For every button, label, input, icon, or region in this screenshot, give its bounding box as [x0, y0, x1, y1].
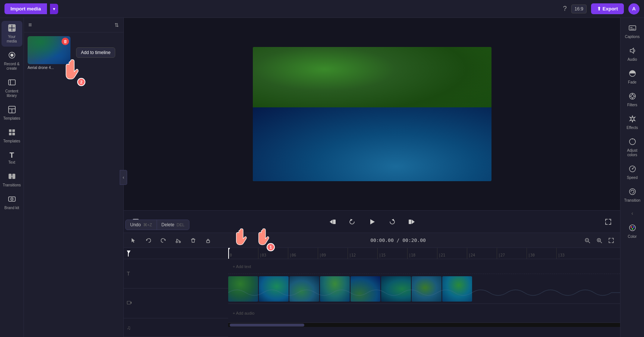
- sidebar-item-effects-label: Effects: [626, 126, 638, 130]
- svg-point-33: [179, 241, 180, 243]
- text-track-label: T: [124, 259, 228, 289]
- rewind-button[interactable]: [327, 216, 339, 228]
- text-track-icon: T: [127, 271, 130, 277]
- menu-icon[interactable]: ≡: [28, 22, 32, 28]
- forward-button[interactable]: [406, 216, 418, 228]
- sidebar-item-color[interactable]: Color: [622, 221, 643, 242]
- svg-line-41: [600, 242, 602, 243]
- timeline-delete-button[interactable]: [188, 236, 198, 245]
- svg-rect-2: [12, 25, 15, 28]
- beach-strip: [301, 107, 468, 134]
- svg-rect-14: [9, 133, 12, 135]
- delete-menu-item[interactable]: Delete DEL: [157, 220, 189, 230]
- text-icon: T: [9, 151, 14, 160]
- your-media-icon: [8, 24, 16, 34]
- playhead-label: [127, 251, 130, 256]
- zoom-out-button[interactable]: [583, 236, 592, 245]
- fit-to-screen-button[interactable]: [607, 236, 616, 245]
- sidebar-item-captions[interactable]: Captions: [622, 21, 643, 42]
- aspect-ratio-badge[interactable]: 16:9: [571, 4, 587, 13]
- track-labels: T ♫: [124, 248, 228, 337]
- cut-button[interactable]: [173, 236, 183, 245]
- video-frame: [253, 47, 491, 181]
- svg-rect-4: [12, 28, 15, 31]
- svg-rect-15: [12, 133, 15, 135]
- sort-icon[interactable]: ⇅: [114, 22, 119, 28]
- sidebar-item-text[interactable]: T Text: [1, 148, 22, 168]
- sidebar-item-record-label: Record &create: [4, 62, 20, 71]
- sidebar-item-color-label: Color: [628, 234, 637, 239]
- avatar[interactable]: A: [628, 3, 640, 15]
- help-icon[interactable]: ?: [563, 5, 567, 13]
- import-media-button[interactable]: Import media: [4, 3, 47, 14]
- back5-button[interactable]: [346, 216, 358, 228]
- undo-menu-item[interactable]: Undo ⌘+Z: [126, 220, 157, 230]
- video-preview-area: [124, 18, 620, 210]
- timeline-content: 0 |03 |06 |09 |12 |15 |18 |21 |24 |27 |3…: [228, 248, 620, 337]
- fwd5-button[interactable]: [386, 216, 398, 228]
- transition-icon: [628, 188, 637, 198]
- import-media-arrow-button[interactable]: ▾: [50, 4, 58, 14]
- sidebar-item-content-library[interactable]: Contentlibrary: [1, 75, 22, 101]
- content-library-icon: [8, 78, 16, 88]
- svg-line-34: [177, 239, 180, 241]
- main-layout: Your media Record &create Contentlibrary: [0, 18, 644, 337]
- sidebar-item-brand-kit[interactable]: Brand kit: [1, 192, 22, 213]
- topbar-left: Import media ▾: [4, 3, 58, 14]
- playback-controls: [124, 210, 620, 233]
- play-button[interactable]: [365, 215, 379, 229]
- sidebar-item-templates[interactable]: Templates: [1, 103, 22, 124]
- svg-point-61: [629, 225, 635, 231]
- sidebar-item-transitions[interactable]: Transitions: [1, 169, 22, 190]
- svg-line-57: [634, 139, 634, 140]
- svg-rect-7: [9, 80, 15, 85]
- topbar-right: ? 16:9 ⬆ Export A: [563, 3, 640, 15]
- brand-kit-icon: [8, 195, 16, 205]
- sidebar-item-templates2[interactable]: Templates: [1, 125, 22, 147]
- svg-rect-24: [333, 220, 336, 224]
- svg-marker-25: [351, 219, 352, 221]
- sidebar-item-speed-label: Speed: [627, 176, 638, 180]
- sidebar-item-record[interactable]: Record &create: [1, 48, 22, 74]
- fullscreen-button[interactable]: [602, 216, 614, 228]
- media-thumb-label: Aerial drone 4...: [28, 66, 70, 70]
- svg-point-64: [632, 228, 633, 230]
- sidebar-item-effects[interactable]: Effects: [622, 112, 643, 133]
- timeline-undo-button[interactable]: [143, 236, 154, 245]
- media-thumbnail[interactable]: 🗑 Add to timeline 2 Aerial drone 4...: [28, 36, 70, 64]
- svg-rect-12: [9, 129, 12, 132]
- svg-rect-13: [12, 129, 15, 132]
- sidebar-item-speed[interactable]: Speed: [622, 162, 643, 183]
- sidebar-item-transition[interactable]: Transition: [622, 185, 643, 206]
- collapse-handle[interactable]: ‹: [120, 170, 127, 185]
- track-ruler-label: [124, 248, 228, 259]
- sidebar-item-text-label: Text: [8, 160, 15, 165]
- sidebar-item-adjust-colors[interactable]: Adjust colors: [622, 135, 643, 160]
- sidebar-item-your-media-label: Your media: [4, 35, 20, 44]
- sidebar-item-your-media[interactable]: Your media: [1, 21, 22, 47]
- delete-label: Delete: [161, 222, 175, 227]
- sidebar-item-audio[interactable]: Audio: [622, 44, 643, 65]
- svg-rect-45: [629, 26, 636, 30]
- cursor-hand-2-badge: 2: [77, 78, 85, 86]
- adjust-colors-icon: [628, 138, 637, 148]
- context-menu: Undo ⌘+Z Delete DEL: [125, 220, 189, 230]
- svg-rect-18: [9, 197, 15, 201]
- lock-button[interactable]: [203, 236, 213, 245]
- svg-point-19: [11, 198, 13, 200]
- export-button[interactable]: ⬆ Export: [591, 3, 624, 14]
- select-tool-button[interactable]: [128, 236, 139, 245]
- sidebar-item-fade[interactable]: Fade: [622, 66, 643, 88]
- video-frame-inner: [253, 47, 491, 181]
- playhead[interactable]: [228, 248, 229, 259]
- right-sidebar-expand[interactable]: ‹: [628, 207, 636, 219]
- zoom-in-button[interactable]: [595, 236, 604, 245]
- timeline-redo-button[interactable]: [158, 236, 169, 245]
- fade-icon: [628, 69, 637, 79]
- center-area: Undo ⌘+Z Delete DEL: [124, 18, 620, 337]
- add-to-timeline-tooltip: Add to timeline: [76, 47, 115, 58]
- sidebar-item-brand-kit-label: Brand kit: [4, 206, 19, 210]
- audio-icon: [628, 47, 637, 57]
- delete-badge[interactable]: 🗑: [62, 38, 69, 45]
- sidebar-item-filters[interactable]: Filters: [622, 89, 643, 110]
